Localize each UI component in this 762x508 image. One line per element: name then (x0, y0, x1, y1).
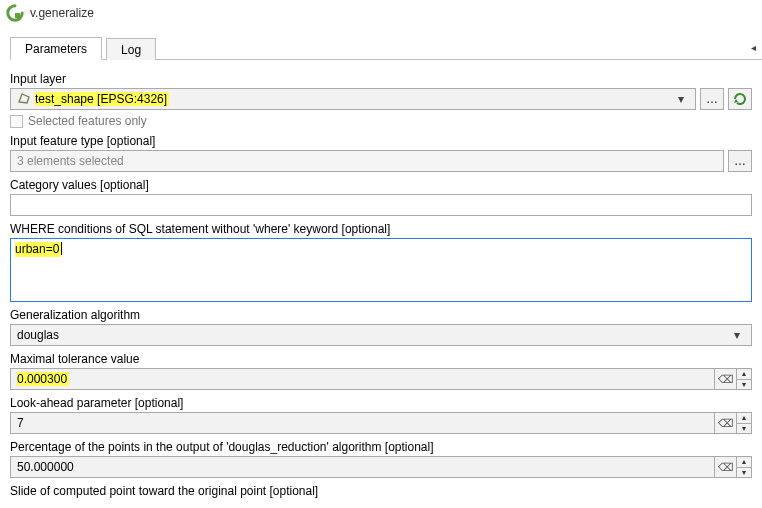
where-input[interactable]: urban=0 (10, 238, 752, 302)
label-algorithm: Generalization algorithm (10, 308, 752, 322)
svg-rect-0 (15, 13, 20, 18)
algorithm-value: douglas (17, 328, 59, 342)
tab-bar: Parameters Log (10, 36, 762, 60)
feature-type-options-button[interactable]: … (728, 150, 752, 172)
percentage-clear-button[interactable]: ⌫ (714, 456, 736, 478)
where-value: urban=0 (15, 242, 61, 257)
feature-type-field[interactable]: 3 elements selected (10, 150, 724, 172)
window-title: v.generalize (30, 6, 94, 20)
tab-log[interactable]: Log (106, 38, 156, 60)
percentage-spinner[interactable]: 50.000000 ⌫ ▴ ▾ (10, 456, 752, 478)
dialog-window: v.generalize ◂ Parameters Log Input laye… (0, 0, 762, 508)
tolerance-value: 0.000300 (17, 372, 69, 386)
lookahead-clear-button[interactable]: ⌫ (714, 412, 736, 434)
label-percentage: Percentage of the points in the output o… (10, 440, 752, 454)
title-bar: v.generalize (0, 0, 762, 26)
percentage-down-button[interactable]: ▾ (737, 468, 751, 478)
label-feature-type: Input feature type [optional] (10, 134, 752, 148)
text-cursor (61, 242, 62, 255)
selected-features-label: Selected features only (28, 114, 147, 128)
qgis-icon (6, 4, 24, 22)
lookahead-up-button[interactable]: ▴ (737, 413, 751, 424)
selected-features-checkbox[interactable]: Selected features only (10, 114, 752, 128)
algorithm-combo[interactable]: douglas ▾ (10, 324, 752, 346)
label-lookahead: Look-ahead parameter [optional] (10, 396, 752, 410)
tab-parameters[interactable]: Parameters (10, 37, 102, 60)
lookahead-down-button[interactable]: ▾ (737, 424, 751, 434)
svg-marker-2 (734, 99, 738, 103)
category-values-input[interactable] (10, 194, 752, 216)
input-layer-value: test_shape [EPSG:4326] (35, 92, 169, 106)
label-category-values: Category values [optional] (10, 178, 752, 192)
tolerance-clear-button[interactable]: ⌫ (714, 368, 736, 390)
label-where: WHERE conditions of SQL statement withou… (10, 222, 752, 236)
label-slide-cutoff: Slide of computed point toward the origi… (10, 484, 752, 498)
browse-input-button[interactable]: … (700, 88, 724, 110)
tolerance-spinner[interactable]: 0.000300 ⌫ ▴ ▾ (10, 368, 752, 390)
chevron-down-icon: ▾ (729, 328, 745, 342)
tolerance-down-button[interactable]: ▾ (737, 380, 751, 390)
parameters-panel: Input layer test_shape [EPSG:4326] ▾ … (0, 60, 762, 498)
lookahead-spinner[interactable]: 7 ⌫ ▴ ▾ (10, 412, 752, 434)
label-input-layer: Input layer (10, 72, 752, 86)
label-tolerance: Maximal tolerance value (10, 352, 752, 366)
input-layer-combo[interactable]: test_shape [EPSG:4326] ▾ (10, 88, 696, 110)
svg-marker-1 (19, 94, 29, 103)
lookahead-value: 7 (17, 416, 24, 430)
polygon-layer-icon (17, 91, 31, 108)
feature-type-value: 3 elements selected (17, 154, 124, 168)
iterate-layers-button[interactable] (728, 88, 752, 110)
tolerance-up-button[interactable]: ▴ (737, 369, 751, 380)
percentage-value: 50.000000 (17, 460, 74, 474)
checkbox-icon (10, 115, 23, 128)
chevron-down-icon: ▾ (673, 92, 689, 106)
percentage-up-button[interactable]: ▴ (737, 457, 751, 468)
